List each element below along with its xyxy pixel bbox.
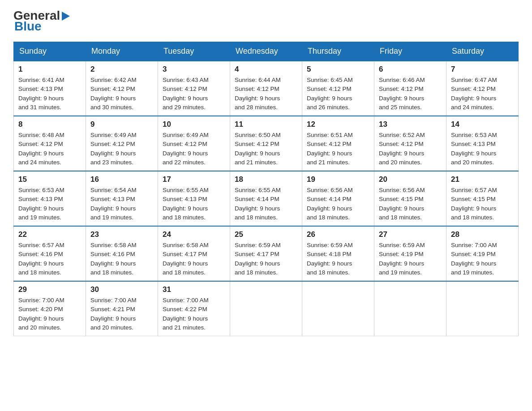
day-number: 16	[90, 175, 153, 184]
calendar-cell: 21 Sunrise: 6:57 AM Sunset: 4:15 PM Dayl…	[446, 171, 519, 226]
day-number: 24	[163, 230, 225, 239]
day-info: Sunrise: 6:57 AM Sunset: 4:16 PM Dayligh…	[18, 241, 81, 277]
day-info: Sunrise: 6:52 AM Sunset: 4:12 PM Dayligh…	[379, 131, 442, 167]
day-info: Sunrise: 6:48 AM Sunset: 4:12 PM Dayligh…	[18, 131, 81, 167]
calendar-cell: 14 Sunrise: 6:53 AM Sunset: 4:13 PM Dayl…	[446, 116, 519, 171]
day-number: 21	[451, 175, 514, 184]
day-number: 14	[451, 120, 514, 129]
day-number: 12	[307, 120, 369, 129]
day-number: 10	[163, 120, 225, 129]
day-info: Sunrise: 6:59 AM Sunset: 4:18 PM Dayligh…	[307, 241, 369, 277]
day-info: Sunrise: 6:59 AM Sunset: 4:19 PM Dayligh…	[379, 241, 442, 277]
calendar-cell: 10 Sunrise: 6:49 AM Sunset: 4:12 PM Dayl…	[158, 116, 230, 171]
day-number: 19	[307, 175, 369, 184]
calendar-table: SundayMondayTuesdayWednesdayThursdayFrid…	[13, 42, 519, 336]
day-number: 29	[18, 285, 81, 294]
calendar-cell: 6 Sunrise: 6:46 AM Sunset: 4:12 PM Dayli…	[374, 61, 446, 116]
day-number: 4	[235, 65, 297, 74]
day-number: 17	[163, 175, 225, 184]
day-info: Sunrise: 6:59 AM Sunset: 4:17 PM Dayligh…	[235, 241, 297, 277]
calendar-week-row: 29 Sunrise: 7:00 AM Sunset: 4:20 PM Dayl…	[14, 281, 519, 336]
calendar-cell: 26 Sunrise: 6:59 AM Sunset: 4:18 PM Dayl…	[302, 226, 374, 281]
calendar-cell: 17 Sunrise: 6:55 AM Sunset: 4:13 PM Dayl…	[158, 171, 230, 226]
calendar-cell: 13 Sunrise: 6:52 AM Sunset: 4:12 PM Dayl…	[374, 116, 446, 171]
day-number: 23	[90, 230, 153, 239]
calendar-cell	[230, 281, 302, 336]
calendar-cell: 4 Sunrise: 6:44 AM Sunset: 4:12 PM Dayli…	[230, 61, 302, 116]
day-number: 6	[379, 65, 442, 74]
day-number: 25	[235, 230, 297, 239]
day-of-week-header-thursday: Thursday	[302, 42, 374, 61]
calendar-week-row: 22 Sunrise: 6:57 AM Sunset: 4:16 PM Dayl…	[14, 226, 519, 281]
calendar-cell: 28 Sunrise: 7:00 AM Sunset: 4:19 PM Dayl…	[446, 226, 519, 281]
day-number: 18	[235, 175, 297, 184]
day-info: Sunrise: 6:57 AM Sunset: 4:15 PM Dayligh…	[451, 186, 514, 222]
calendar-cell	[446, 281, 519, 336]
day-info: Sunrise: 6:53 AM Sunset: 4:13 PM Dayligh…	[451, 131, 514, 167]
svg-marker-0	[62, 12, 70, 21]
day-info: Sunrise: 6:54 AM Sunset: 4:13 PM Dayligh…	[90, 186, 153, 222]
calendar-cell: 23 Sunrise: 6:58 AM Sunset: 4:16 PM Dayl…	[86, 226, 158, 281]
day-number: 28	[451, 230, 514, 239]
day-number: 3	[163, 65, 225, 74]
day-info: Sunrise: 6:51 AM Sunset: 4:12 PM Dayligh…	[307, 131, 369, 167]
day-number: 20	[379, 175, 442, 184]
calendar-cell: 9 Sunrise: 6:49 AM Sunset: 4:12 PM Dayli…	[86, 116, 158, 171]
day-of-week-header-friday: Friday	[374, 42, 446, 61]
day-info: Sunrise: 6:55 AM Sunset: 4:14 PM Dayligh…	[235, 186, 297, 222]
day-number: 26	[307, 230, 369, 239]
day-info: Sunrise: 7:00 AM Sunset: 4:21 PM Dayligh…	[90, 296, 153, 332]
calendar-cell: 22 Sunrise: 6:57 AM Sunset: 4:16 PM Dayl…	[14, 226, 86, 281]
day-info: Sunrise: 7:00 AM Sunset: 4:20 PM Dayligh…	[18, 296, 81, 332]
day-info: Sunrise: 6:41 AM Sunset: 4:13 PM Dayligh…	[18, 76, 81, 112]
calendar-cell: 16 Sunrise: 6:54 AM Sunset: 4:13 PM Dayl…	[86, 171, 158, 226]
calendar-cell: 30 Sunrise: 7:00 AM Sunset: 4:21 PM Dayl…	[86, 281, 158, 336]
day-number: 7	[451, 65, 514, 74]
calendar-cell: 11 Sunrise: 6:50 AM Sunset: 4:12 PM Dayl…	[230, 116, 302, 171]
calendar-cell: 7 Sunrise: 6:47 AM Sunset: 4:12 PM Dayli…	[446, 61, 519, 116]
calendar-cell: 2 Sunrise: 6:42 AM Sunset: 4:12 PM Dayli…	[86, 61, 158, 116]
logo-blue-text: Blue	[14, 20, 70, 33]
day-number: 27	[379, 230, 442, 239]
day-info: Sunrise: 6:43 AM Sunset: 4:12 PM Dayligh…	[163, 76, 225, 112]
day-number: 5	[307, 65, 369, 74]
calendar-cell: 12 Sunrise: 6:51 AM Sunset: 4:12 PM Dayl…	[302, 116, 374, 171]
calendar-cell: 19 Sunrise: 6:56 AM Sunset: 4:14 PM Dayl…	[302, 171, 374, 226]
day-info: Sunrise: 6:47 AM Sunset: 4:12 PM Dayligh…	[451, 76, 514, 112]
day-info: Sunrise: 6:53 AM Sunset: 4:13 PM Dayligh…	[18, 186, 81, 222]
calendar-cell: 20 Sunrise: 6:56 AM Sunset: 4:15 PM Dayl…	[374, 171, 446, 226]
logo: General Blue	[13, 9, 70, 33]
calendar-cell	[374, 281, 446, 336]
calendar-cell: 25 Sunrise: 6:59 AM Sunset: 4:17 PM Dayl…	[230, 226, 302, 281]
day-of-week-header-tuesday: Tuesday	[158, 42, 230, 61]
day-number: 13	[379, 120, 442, 129]
calendar-cell: 24 Sunrise: 6:58 AM Sunset: 4:17 PM Dayl…	[158, 226, 230, 281]
day-number: 15	[18, 175, 81, 184]
day-of-week-header-sunday: Sunday	[14, 42, 86, 61]
day-number: 2	[90, 65, 153, 74]
calendar-week-row: 8 Sunrise: 6:48 AM Sunset: 4:12 PM Dayli…	[14, 116, 519, 171]
day-info: Sunrise: 6:49 AM Sunset: 4:12 PM Dayligh…	[90, 131, 153, 167]
day-info: Sunrise: 7:00 AM Sunset: 4:19 PM Dayligh…	[451, 241, 514, 277]
day-info: Sunrise: 6:55 AM Sunset: 4:13 PM Dayligh…	[163, 186, 225, 222]
calendar-cell: 3 Sunrise: 6:43 AM Sunset: 4:12 PM Dayli…	[158, 61, 230, 116]
day-info: Sunrise: 6:58 AM Sunset: 4:16 PM Dayligh…	[90, 241, 153, 277]
calendar-cell: 5 Sunrise: 6:45 AM Sunset: 4:12 PM Dayli…	[302, 61, 374, 116]
page-header: General Blue	[13, 9, 519, 33]
calendar-cell: 27 Sunrise: 6:59 AM Sunset: 4:19 PM Dayl…	[374, 226, 446, 281]
day-of-week-header-monday: Monday	[86, 42, 158, 61]
day-of-week-header-wednesday: Wednesday	[230, 42, 302, 61]
day-info: Sunrise: 6:56 AM Sunset: 4:15 PM Dayligh…	[379, 186, 442, 222]
day-number: 11	[235, 120, 297, 129]
calendar-cell: 18 Sunrise: 6:55 AM Sunset: 4:14 PM Dayl…	[230, 171, 302, 226]
calendar-cell: 31 Sunrise: 7:00 AM Sunset: 4:22 PM Dayl…	[158, 281, 230, 336]
day-number: 1	[18, 65, 81, 74]
calendar-header-row: SundayMondayTuesdayWednesdayThursdayFrid…	[14, 42, 519, 61]
day-number: 22	[18, 230, 81, 239]
day-info: Sunrise: 6:49 AM Sunset: 4:12 PM Dayligh…	[163, 131, 225, 167]
day-info: Sunrise: 7:00 AM Sunset: 4:22 PM Dayligh…	[163, 296, 225, 332]
day-info: Sunrise: 6:46 AM Sunset: 4:12 PM Dayligh…	[379, 76, 442, 112]
day-number: 31	[163, 285, 225, 294]
calendar-week-row: 1 Sunrise: 6:41 AM Sunset: 4:13 PM Dayli…	[14, 61, 519, 116]
day-info: Sunrise: 6:56 AM Sunset: 4:14 PM Dayligh…	[307, 186, 369, 222]
